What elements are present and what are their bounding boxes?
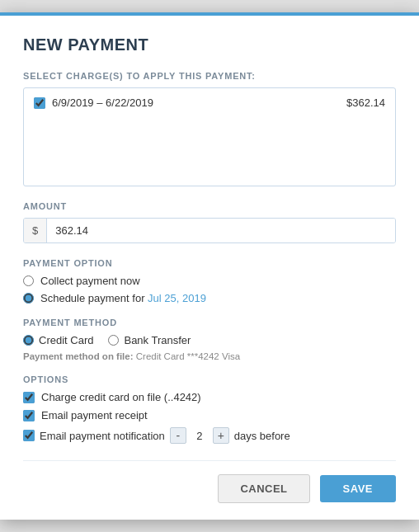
method-bank-transfer-label: Bank Transfer bbox=[124, 334, 191, 346]
stepper-minus-button[interactable]: - bbox=[170, 427, 186, 444]
cancel-button[interactable]: CANCEL bbox=[218, 474, 309, 503]
payment-method-label: PAYMENT METHOD bbox=[23, 318, 396, 327]
payment-option-label: PAYMENT OPTION bbox=[23, 258, 396, 268]
stepper-value: 2 bbox=[191, 430, 208, 442]
options-section-label: OPTIONS bbox=[23, 374, 396, 384]
method-credit-card-label: Credit Card bbox=[39, 334, 93, 346]
option-notification-row: Email payment notification - 2 + days be… bbox=[23, 427, 396, 444]
stepper-plus-button[interactable]: + bbox=[213, 427, 229, 444]
option-schedule-label: Schedule payment for Jul 25, 2019 bbox=[40, 292, 206, 304]
option-schedule-row: Schedule payment for Jul 25, 2019 bbox=[23, 292, 396, 304]
amount-input[interactable] bbox=[47, 219, 395, 242]
amount-section-label: AMOUNT bbox=[23, 201, 396, 211]
option-collect-label: Collect payment now bbox=[40, 275, 140, 287]
method-on-file-label: Payment method on file: bbox=[23, 351, 134, 361]
option-email-receipt-label: Email payment receipt bbox=[41, 409, 148, 421]
method-credit-card: Credit Card bbox=[23, 334, 93, 346]
method-credit-card-radio[interactable] bbox=[23, 335, 34, 346]
charges-section-label: SELECT CHARGE(S) TO APPLY THIS PAYMENT: bbox=[23, 71, 396, 81]
charge-label: 6/9/2019 – 6/22/2019 bbox=[52, 97, 340, 109]
option-email-receipt-row: Email payment receipt bbox=[23, 409, 396, 421]
modal-footer: CANCEL SAVE bbox=[23, 460, 396, 520]
modal-title: NEW PAYMENT bbox=[23, 35, 396, 54]
method-bank-transfer: Bank Transfer bbox=[108, 334, 191, 346]
method-on-file: Payment method on file: Credit Card ***4… bbox=[23, 351, 396, 361]
option-charge-label: Charge credit card on file (..4242) bbox=[41, 391, 201, 403]
method-options-row: Credit Card Bank Transfer bbox=[23, 334, 396, 346]
option-email-receipt-checkbox[interactable] bbox=[23, 410, 35, 421]
payment-option-section: PAYMENT OPTION Collect payment now Sched… bbox=[23, 258, 396, 304]
payment-method-section: PAYMENT METHOD Credit Card Bank Transfer… bbox=[23, 318, 396, 361]
option-notification-label-after: days before bbox=[234, 430, 290, 442]
charge-amount: $362.14 bbox=[346, 97, 385, 109]
option-notification-label-before: Email payment notification bbox=[40, 430, 165, 442]
charge-row: 6/9/2019 – 6/22/2019 $362.14 bbox=[34, 97, 385, 109]
option-charge-row: Charge credit card on file (..4242) bbox=[23, 391, 396, 403]
option-charge-checkbox[interactable] bbox=[23, 392, 35, 403]
options-section: OPTIONS Charge credit card on file (..42… bbox=[23, 374, 396, 444]
amount-input-wrap: $ bbox=[23, 218, 396, 243]
save-button[interactable]: SAVE bbox=[320, 475, 396, 502]
option-notification-checkbox[interactable] bbox=[23, 430, 35, 441]
option-schedule-radio[interactable] bbox=[23, 293, 34, 304]
new-payment-modal: NEW PAYMENT SELECT CHARGE(S) TO APPLY TH… bbox=[0, 12, 419, 520]
currency-symbol: $ bbox=[24, 219, 47, 242]
charge-checkbox[interactable] bbox=[34, 97, 45, 109]
charges-box: 6/9/2019 – 6/22/2019 $362.14 bbox=[23, 87, 396, 186]
option-collect-radio[interactable] bbox=[23, 275, 34, 286]
option-collect-row: Collect payment now bbox=[23, 275, 396, 287]
method-bank-transfer-radio[interactable] bbox=[108, 335, 119, 346]
amount-section: AMOUNT $ bbox=[23, 201, 396, 243]
method-on-file-value: Credit Card ***4242 Visa bbox=[136, 351, 240, 361]
schedule-date-link[interactable]: Jul 25, 2019 bbox=[148, 292, 206, 304]
